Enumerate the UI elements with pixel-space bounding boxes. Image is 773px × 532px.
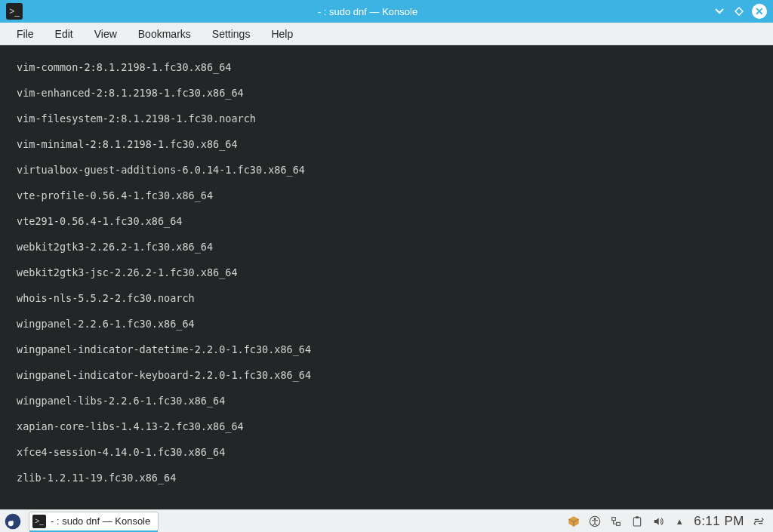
svg-rect-4 <box>617 522 621 525</box>
network-icon[interactable] <box>609 515 623 528</box>
blank-line <box>5 497 768 509</box>
volume-icon[interactable] <box>651 515 665 528</box>
menu-help[interactable]: Help <box>260 24 303 44</box>
package-line: vim-filesystem-2:8.1.2198-1.fc30.noarch <box>5 112 768 125</box>
window-title: - : sudo dnf — Konsole <box>23 6 713 17</box>
minimize-button[interactable] <box>713 5 726 18</box>
window-controls: ✕ <box>713 4 767 19</box>
tray-expand-icon[interactable]: ▲ <box>673 515 686 528</box>
clipboard-icon[interactable] <box>630 515 644 528</box>
taskbar-app-label: - : sudo dnf — Konsole <box>51 515 150 527</box>
start-button[interactable] <box>0 510 26 533</box>
menu-bookmarks[interactable]: Bookmarks <box>128 24 202 44</box>
accessibility-icon[interactable] <box>588 515 602 528</box>
package-line: webkit2gtk3-2.26.2-1.fc30.x86_64 <box>5 241 768 254</box>
package-line: zlib-1.2.11-19.fc30.x86_64 <box>5 472 768 484</box>
taskbar-app-konsole[interactable]: >_ - : sudo dnf — Konsole <box>29 512 159 531</box>
menu-view[interactable]: View <box>84 24 128 44</box>
menu-edit[interactable]: Edit <box>45 24 84 44</box>
close-button[interactable]: ✕ <box>752 4 767 19</box>
package-line: xapian-core-libs-1.4.13-2.fc30.x86_64 <box>5 420 768 433</box>
package-line: whois-nls-5.5.2-2.fc30.noarch <box>5 292 768 305</box>
maximize-button[interactable] <box>732 5 746 18</box>
package-line: wingpanel-indicator-keyboard-2.2.0-1.fc3… <box>5 369 768 382</box>
menu-file[interactable]: File <box>6 24 45 44</box>
package-line: vim-minimal-2:8.1.2198-1.fc30.x86_64 <box>5 138 768 151</box>
clock[interactable]: 6:11 PM <box>694 514 744 529</box>
svg-rect-3 <box>612 517 616 520</box>
menu-settings[interactable]: Settings <box>202 24 261 44</box>
package-line: virtualbox-guest-additions-6.0.14-1.fc30… <box>5 164 768 177</box>
svg-rect-6 <box>636 516 639 518</box>
svg-rect-5 <box>634 517 641 525</box>
system-tray: ▲ 6:11 PM <box>559 514 773 529</box>
package-line: xfce4-session-4.14.0-1.fc30.x86_64 <box>5 446 768 459</box>
titlebar: >_ - : sudo dnf — Konsole ✕ <box>0 0 773 23</box>
taskbar: >_ - : sudo dnf — Konsole ▲ 6:11 PM <box>0 509 773 532</box>
package-line: webkit2gtk3-jsc-2.26.2-1.fc30.x86_64 <box>5 266 768 279</box>
package-line: vte291-0.56.4-1.fc30.x86_64 <box>5 215 768 228</box>
package-line: wingpanel-libs-2.2.6-1.fc30.x86_64 <box>5 395 768 407</box>
package-line: vte-profile-0.56.4-1.fc30.x86_64 <box>5 189 768 202</box>
terminal-output[interactable]: vim-common-2:8.1.2198-1.fc30.x86_64 vim-… <box>0 45 773 509</box>
konsole-icon: >_ <box>32 515 46 528</box>
svg-point-2 <box>594 518 596 520</box>
package-line: wingpanel-2.2.6-1.fc30.x86_64 <box>5 318 768 331</box>
app-icon: >_ <box>6 3 23 20</box>
package-line: vim-enhanced-2:8.1.2198-1.fc30.x86_64 <box>5 87 768 100</box>
app-window: >_ - : sudo dnf — Konsole ✕ File Edit Vi… <box>0 0 773 532</box>
menubar: File Edit View Bookmarks Settings Help <box>0 23 773 45</box>
package-line: wingpanel-indicator-datetime-2.2.0-1.fc3… <box>5 343 768 356</box>
package-updater-icon[interactable] <box>567 515 581 528</box>
package-line: vim-common-2:8.1.2198-1.fc30.x86_64 <box>5 61 768 74</box>
show-desktop-icon[interactable] <box>752 515 765 528</box>
